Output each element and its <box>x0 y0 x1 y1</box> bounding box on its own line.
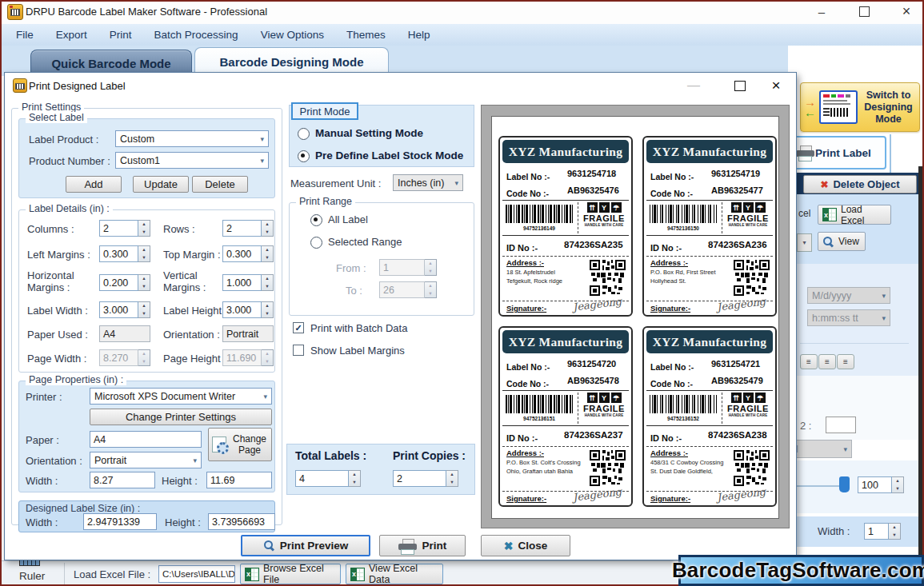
print-button[interactable]: Print <box>379 535 466 556</box>
align-center-button[interactable]: ≡ <box>818 354 836 369</box>
spinner-arrows[interactable] <box>262 220 274 237</box>
print-with-batch-data-checkbox[interactable]: ✓ <box>293 322 304 333</box>
selected-range-radio[interactable] <box>310 237 322 249</box>
label-card: XYZ Manufacturing Label No :- 9631254718… <box>498 136 633 317</box>
address-line2: Tefgekult, Rock ridge <box>506 277 588 285</box>
dialog-minimize-button[interactable]: — <box>681 76 706 95</box>
vertical-margins-spinner[interactable]: 1.000 <box>222 274 274 291</box>
label-no-value: 9631254721 <box>711 359 760 369</box>
combo-fragment[interactable]: ▾ <box>797 233 812 252</box>
close-button[interactable]: ✖ Close <box>481 535 570 556</box>
spinner-arrows[interactable] <box>262 245 274 262</box>
designed-height-field[interactable]: 3.73956693 <box>208 513 275 530</box>
paper-field[interactable]: A4 <box>90 431 202 448</box>
print-preview-button[interactable]: Print Preview <box>241 535 370 556</box>
total-labels-spinner[interactable]: 4 <box>295 470 361 487</box>
page-height-field[interactable]: 11.69 <box>206 472 272 488</box>
menu-export[interactable]: Export <box>45 29 98 41</box>
delete-object-button[interactable]: ✖ Delete Object <box>803 175 917 193</box>
print-label-text: Print Label <box>815 147 871 159</box>
field2-input[interactable] <box>826 417 856 433</box>
dialog-close-button[interactable]: × <box>763 76 789 95</box>
left-margins-spinner[interactable]: 0.300 <box>99 245 150 262</box>
orientation-combo[interactable]: Portrait <box>90 452 202 468</box>
printer-combo[interactable]: Microsoft XPS Document Writer <box>90 388 272 405</box>
load-excel-button[interactable]: Load Excel <box>818 205 891 225</box>
change-page-label: Change Page <box>231 433 268 456</box>
predefine-stock-radio[interactable] <box>298 150 310 162</box>
menu-view-options[interactable]: View Options <box>250 29 335 41</box>
horizontal-margins-spinner[interactable]: 0.200 <box>99 274 150 291</box>
address-label: Address :- <box>506 448 588 457</box>
close-button[interactable]: × <box>893 2 920 21</box>
rows-spinner[interactable]: 2 <box>222 220 274 237</box>
browse-excel-file-button[interactable]: Browse Excel File <box>240 564 341 584</box>
product-number-combo[interactable]: Custom1 <box>115 152 269 169</box>
spinner-arrows[interactable] <box>446 470 458 487</box>
paper-used-value: A4 <box>103 329 115 340</box>
manual-setting-radio[interactable] <box>298 128 310 140</box>
excel-icon <box>822 208 837 221</box>
columns-spinner[interactable]: 2 <box>99 220 150 237</box>
print-copies-spinner[interactable]: 2 <box>393 470 458 487</box>
spinner-arrows[interactable] <box>889 523 901 540</box>
spinner-arrows[interactable] <box>138 245 150 262</box>
switch-to-designing-mode-button[interactable]: → ← Switch to Designing Mode <box>800 82 920 132</box>
menu-file[interactable]: File <box>5 29 45 41</box>
spinner-arrows[interactable] <box>349 470 361 487</box>
date-format-combo[interactable]: M/d/yyyy <box>807 287 890 304</box>
view-button[interactable]: View <box>818 232 866 251</box>
spinner-arrows[interactable] <box>138 274 150 291</box>
zoom-spinner[interactable]: 100 <box>858 476 904 493</box>
show-label-margins-checkbox[interactable] <box>293 345 304 356</box>
view-excel-data-button[interactable]: View Excel Data <box>346 564 443 584</box>
spinner-arrows[interactable] <box>262 301 274 318</box>
magnifier-icon <box>822 236 834 248</box>
minimize-button[interactable]: – <box>808 2 835 21</box>
umbrella-icon: ☂ <box>611 393 622 403</box>
window-title: DRPU Barcode Label Maker Software - Prof… <box>26 6 267 18</box>
code-no-row: Code No :- AB96325479 <box>650 376 770 388</box>
barcode-number: 94752136152 <box>650 416 717 421</box>
slider-track[interactable] <box>797 485 842 487</box>
all-label-radio[interactable] <box>310 214 322 226</box>
label-width-spinner[interactable]: 3.000 <box>99 301 150 318</box>
dialog-maximize-button[interactable] <box>727 76 753 95</box>
align-right-button[interactable]: ≡ <box>837 354 854 369</box>
change-printer-settings-button[interactable]: Change Printer Settings <box>90 409 272 425</box>
code-no-value: AB96325476 <box>567 185 619 195</box>
spinner-arrows[interactable] <box>262 274 274 291</box>
label-product-combo[interactable]: Custom <box>115 130 269 147</box>
id-no-row: ID No :- 874236SA238 <box>650 430 770 442</box>
time-format-combo[interactable]: h:mm:ss tt <box>807 309 890 326</box>
slider-handle[interactable] <box>839 476 850 492</box>
menu-batch-processing[interactable]: Batch Processing <box>143 29 250 41</box>
update-button[interactable]: Update <box>133 176 189 193</box>
spinner-arrows[interactable] <box>892 476 904 493</box>
page-width-field[interactable]: 8.27 <box>90 472 155 488</box>
excel-icon <box>350 568 365 581</box>
close-x-icon: ✖ <box>504 540 514 552</box>
spinner-arrows[interactable] <box>138 301 150 318</box>
designed-width-field[interactable]: 2.94791339 <box>83 513 157 530</box>
spinner-arrows[interactable] <box>138 220 150 237</box>
check-icon: ✓ <box>294 323 302 333</box>
ruler-toggle[interactable]: Ruler <box>0 561 62 586</box>
restore-button[interactable] <box>850 2 878 21</box>
menu-themes[interactable]: Themes <box>335 29 397 41</box>
align-left-button[interactable]: ≡ <box>800 354 818 369</box>
delete-button[interactable]: Delete <box>192 176 248 193</box>
menu-help[interactable]: Help <box>397 29 442 41</box>
code-no-key: Code No :- <box>506 189 549 198</box>
measurement-unit-combo[interactable]: Inches (in) <box>393 174 463 191</box>
excel-path-value: C:\Users\IBALL\D <box>162 569 235 579</box>
add-button[interactable]: Add <box>66 176 122 193</box>
browse-excel-label: Browse Excel File <box>263 563 336 585</box>
excel-path-input[interactable]: C:\Users\IBALL\D <box>158 565 235 583</box>
change-page-button[interactable]: Change Page <box>208 428 272 461</box>
width-spinner[interactable]: 1 <box>864 523 901 540</box>
address-line2: St. Dust Dale Goldfield, <box>650 468 732 475</box>
menu-print[interactable]: Print <box>98 29 143 41</box>
label-height-spinner[interactable]: 3.000 <box>222 301 274 318</box>
top-margin-spinner[interactable]: 0.300 <box>222 245 274 262</box>
